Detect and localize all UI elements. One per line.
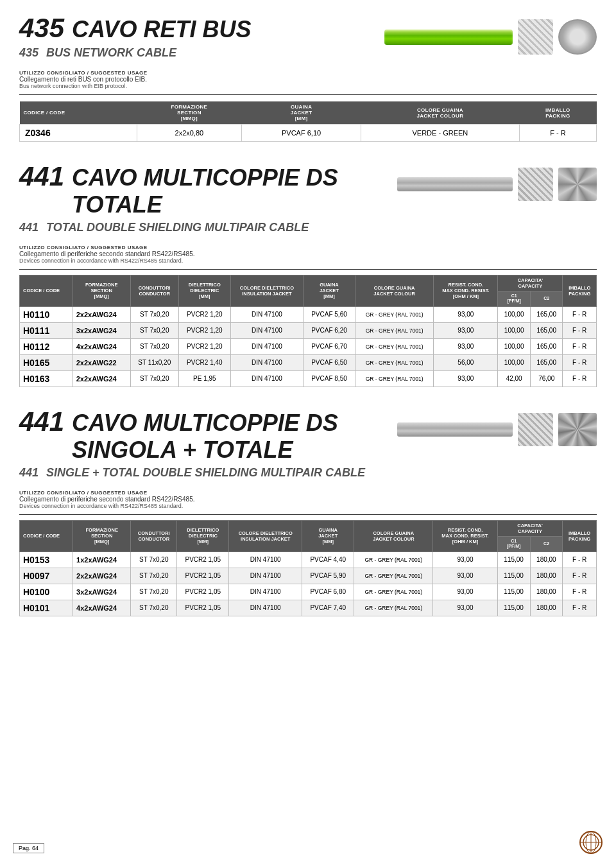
resist-cell: 93,00 [434, 338, 498, 354]
cap-c2-cell: 76,00 [530, 370, 563, 387]
formazione-cell: 3x2xAWG24 [73, 322, 130, 338]
cable-gray-image-441b [397, 422, 513, 437]
colore-diel-cell: DIN 47100 [230, 338, 303, 354]
imballo-cell: F - R [563, 552, 597, 568]
th-codice-435: CODICE / CODE [20, 101, 137, 125]
colore-guaina-cell: GR - GREY (RAL 7001) [355, 354, 433, 370]
usage-label-441a: UTILIZZO CONSIGLIATO / SUGGESTED USAGE [19, 245, 597, 250]
dielettrico-cell: PVCR2 1,20 [178, 338, 230, 354]
th-packing-435: IMBALLOPACKING [519, 101, 596, 125]
section-435-title: CAVO RETI BUS [72, 16, 251, 43]
colore-diel-cell: DIN 47100 [230, 322, 303, 338]
colore-diel-cell: DIN 47100 [229, 568, 302, 584]
dielettrico-cell: PVCR2 1,05 [177, 568, 229, 584]
th-coldiel-441b: COLORE DIELETTRICOINSULATION JACKET [229, 520, 302, 552]
cap-c2-cell: 165,00 [530, 322, 563, 338]
section-441a-usage: UTILIZZO CONSIGLIATO / SUGGESTED USAGE C… [19, 245, 597, 264]
th-colguaina-441b: COLORE GUAINAJACKET COLOUR [354, 520, 433, 552]
cap-c2-cell: 180,00 [530, 568, 563, 584]
cable-gray-image-441a [397, 177, 513, 191]
th-section-435: FORMAZIONESECTION[mmq] [137, 101, 242, 125]
table-row: H0100 3x2xAWG24 ST 7x0,20 PVCR2 1,05 DIN… [20, 584, 597, 600]
cap-c2-cell: 165,00 [530, 354, 563, 370]
conduttori-cell: ST 7x0,20 [130, 322, 178, 338]
th-resist-441a: RESIST. COND.MAX COND. RESIST.[Ohm / Km] [434, 275, 498, 307]
cap-c1-cell: 115,00 [497, 600, 530, 616]
cap-c1-cell: 115,00 [497, 552, 530, 568]
imballo-cell: F - R [563, 584, 597, 600]
table-row: H0097 2x2xAWG24 ST 7x0,20 PVCR2 1,05 DIN… [20, 568, 597, 584]
imballo-cell: F - R [563, 322, 597, 338]
cable-green-image [384, 30, 513, 45]
cap-c2-cell: 165,00 [530, 338, 563, 354]
th-capacity-441a: CAPACITA'CAPACITY [498, 275, 563, 291]
formazione-cell: 2x2xAWG24 [73, 306, 130, 322]
conduttori-cell: ST 7x0,20 [130, 306, 178, 322]
section-435-sub: 435 BUS NETWORK CABLE [19, 46, 251, 60]
cable-end-image-441a [558, 168, 597, 201]
guaina-cell: PVCAF 6,50 [304, 354, 355, 370]
cap-c2-cell: 180,00 [530, 600, 563, 616]
th-diel-441b: DIELETTRICODIELECTRIC[mm] [177, 520, 229, 552]
section-435-header: 435 CAVO RETI BUS [19, 13, 251, 44]
th-c1-441a: C1[pF/m] [498, 291, 531, 307]
code-cell: H0110 [20, 306, 73, 322]
code-cell: H0163 [20, 370, 73, 387]
section-435-usage: UTILIZZO CONSIGLIATO / SUGGESTED USAGE C… [19, 70, 597, 89]
th-diel-441a: DIELETTRICODIELECTRIC[mm] [178, 275, 230, 307]
usage-text1-435: Collegamento di reti BUS con protocollo … [19, 76, 597, 83]
th-coldiel-441a: COLORE DIELETTRICOINSULATION JACKET [230, 275, 303, 307]
code-cell: H0100 [20, 584, 73, 600]
guaina-cell: PVCAF 6,70 [304, 338, 355, 354]
th-cond-441a: CONDUTTORICONDUCTOR [130, 275, 178, 307]
section-441a-sub: 441 TOTAL DOUBLE SHIELDING MULTIPAIR CAB… [19, 221, 397, 234]
usage-text1-441b: Collegamento di periferiche secondo stan… [19, 496, 597, 503]
colore-guaina-cell: GR - GREY (RAL 7001) [354, 584, 433, 600]
dielettrico-cell: PVCR2 1,40 [178, 354, 230, 370]
formazione-cell: 2x2xAWG24 [73, 370, 130, 387]
formazione-cell: 2x2xAWG22 [73, 354, 130, 370]
resist-cell: 93,00 [433, 584, 497, 600]
table-441b: CODICE / CODE FORMAZIONESECTION[mmq] CON… [19, 520, 597, 616]
dielettrico-cell: PVCR2 1,05 [177, 600, 229, 616]
logo-footer [579, 830, 603, 856]
th-guaina-441a: GUAINAJACKET[mm] [304, 275, 355, 307]
th-c1-441b: C1[pF/m] [497, 536, 530, 552]
th-form-441b: FORMAZIONESECTION[mmq] [73, 520, 131, 552]
divider-441a [19, 269, 597, 270]
usage-label-441b: UTILIZZO CONSIGLIATO / SUGGESTED USAGE [19, 490, 597, 496]
colore-guaina-cell: GR - GREY (RAL 7001) [354, 600, 433, 616]
imballo-cell: F - R [563, 568, 597, 584]
usage-text2-435: Bus network connection with EIB protocol… [19, 83, 597, 89]
section-441a: 441 CAVO MULTICOPPIE DS TOTALE 441 TOTAL… [19, 161, 597, 387]
dielettrico-cell: PVCR2 1,20 [178, 306, 230, 322]
guaina-cell: PVCAF 7,40 [302, 600, 354, 616]
table-row: H0111 3x2xAWG24 ST 7x0,20 PVCR2 1,20 DIN… [20, 322, 597, 338]
packing-z0346: F - R [519, 125, 596, 142]
th-cond-441b: CONDUTTORICONDUCTOR [131, 520, 177, 552]
cap-c1-cell: 115,00 [497, 568, 530, 584]
colore-diel-cell: DIN 47100 [230, 306, 303, 322]
section-441a-sub-number: 441 [19, 221, 38, 234]
imballo-cell: F - R [563, 354, 597, 370]
guaina-cell: PVCAF 4,40 [302, 552, 354, 568]
conduttori-cell: ST 7x0,20 [131, 600, 177, 616]
section-441b-usage: UTILIZZO CONSIGLIATO / SUGGESTED USAGE C… [19, 490, 597, 509]
table-row: H0165 2x2xAWG22 ST 11x0,20 PVCR2 1,40 DI… [20, 354, 597, 370]
section-435: 435 CAVO RETI BUS 435 BUS NETWORK CABLE … [19, 13, 597, 142]
section-435-number: 435 [19, 13, 64, 44]
table-row: H0163 2x2xAWG24 ST 7x0,20 PE 1,95 DIN 47… [20, 370, 597, 387]
guaina-cell: PVCAF 6,20 [304, 322, 355, 338]
formazione-cell: 4x2xAWG24 [73, 338, 130, 354]
th-colour-435: COLORE GUAINAJACKET COLOUR [361, 101, 519, 125]
colore-diel-cell: DIN 47100 [230, 354, 303, 370]
section-441b-header: 441 CAVO MULTICOPPIE DS SINGOLA + TOTALE [19, 406, 397, 464]
usage-label-435: UTILIZZO CONSIGLIATO / SUGGESTED USAGE [19, 70, 597, 76]
divider-441b [19, 514, 597, 515]
colore-diel-cell: DIN 47100 [229, 600, 302, 616]
th-c2-441a: C2 [530, 291, 563, 307]
colore-diel-cell: DIN 47100 [229, 552, 302, 568]
cap-c1-cell: 100,00 [498, 338, 531, 354]
cap-c2-cell: 165,00 [530, 306, 563, 322]
divider-435 [19, 94, 597, 95]
